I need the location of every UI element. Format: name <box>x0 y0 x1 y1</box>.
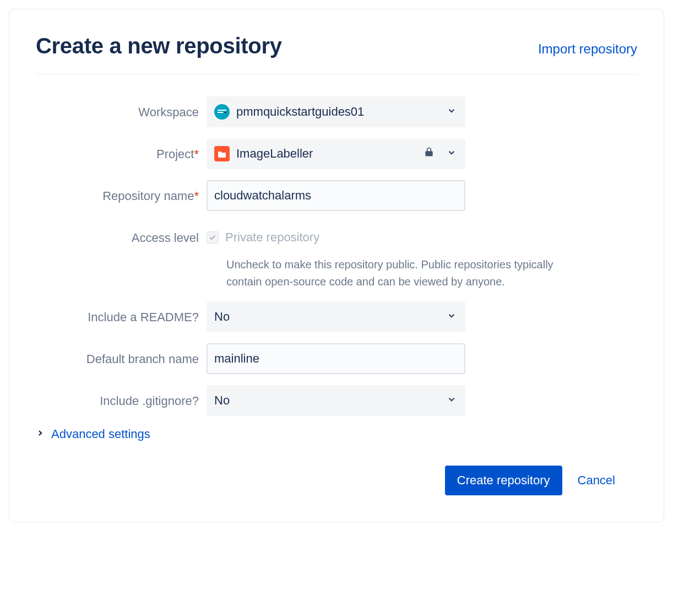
label-workspace: Workspace <box>36 96 207 121</box>
chevron-down-icon <box>447 147 457 161</box>
label-include-readme: Include a README? <box>36 301 207 326</box>
lock-icon <box>424 147 435 161</box>
advanced-settings-label: Advanced settings <box>51 427 150 441</box>
label-repo-name: Repository name* <box>36 180 207 204</box>
workspace-select[interactable]: pmmquickstartguides01 <box>207 96 465 127</box>
workspace-value: pmmquickstartguides01 <box>236 105 364 119</box>
row-workspace: Workspace pmmquickstartguides01 <box>36 96 637 127</box>
row-access-level: Access level Private repository Uncheck … <box>36 222 637 290</box>
create-repo-card: Create a new repository Import repositor… <box>9 9 664 522</box>
workspace-avatar-icon <box>214 104 230 120</box>
page-title: Create a new repository <box>36 34 282 58</box>
row-project: Project* ImageLabeller <box>36 138 637 169</box>
row-repo-name: Repository name* <box>36 180 637 211</box>
create-repo-form: Workspace pmmquickstartguides01 Project* <box>36 96 637 495</box>
svg-rect-1 <box>218 112 223 113</box>
header: Create a new repository Import repositor… <box>36 34 637 74</box>
label-project: Project* <box>36 138 207 163</box>
cancel-button[interactable]: Cancel <box>578 473 615 488</box>
row-include-gitignore: Include .gitignore? No <box>36 385 637 416</box>
label-include-gitignore: Include .gitignore? <box>36 385 207 409</box>
advanced-settings-toggle[interactable]: Advanced settings <box>36 427 637 441</box>
row-include-readme: Include a README? No <box>36 301 637 332</box>
chevron-down-icon <box>447 393 457 408</box>
private-checkbox <box>207 231 219 244</box>
project-value: ImageLabeller <box>236 147 313 161</box>
chevron-down-icon <box>447 310 457 324</box>
include-readme-value: No <box>214 310 230 324</box>
chevron-right-icon <box>36 429 45 440</box>
project-select[interactable]: ImageLabeller <box>207 138 465 169</box>
include-gitignore-value: No <box>214 393 230 408</box>
row-default-branch: Default branch name <box>36 343 637 374</box>
svg-rect-2 <box>224 112 226 113</box>
repo-name-input[interactable] <box>207 180 465 211</box>
svg-rect-0 <box>218 110 226 111</box>
form-actions: Create repository Cancel <box>36 466 637 495</box>
chevron-down-icon <box>447 105 457 119</box>
access-helper-text: Uncheck to make this repository public. … <box>207 256 559 290</box>
create-repository-button[interactable]: Create repository <box>445 466 562 495</box>
project-avatar-icon <box>214 146 230 161</box>
private-repo-label: Private repository <box>225 230 319 245</box>
include-gitignore-select[interactable]: No <box>207 385 465 416</box>
label-access-level: Access level <box>36 222 207 246</box>
label-default-branch: Default branch name <box>36 343 207 368</box>
include-readme-select[interactable]: No <box>207 301 465 332</box>
import-repository-link[interactable]: Import repository <box>538 41 637 57</box>
default-branch-input[interactable] <box>207 343 465 374</box>
